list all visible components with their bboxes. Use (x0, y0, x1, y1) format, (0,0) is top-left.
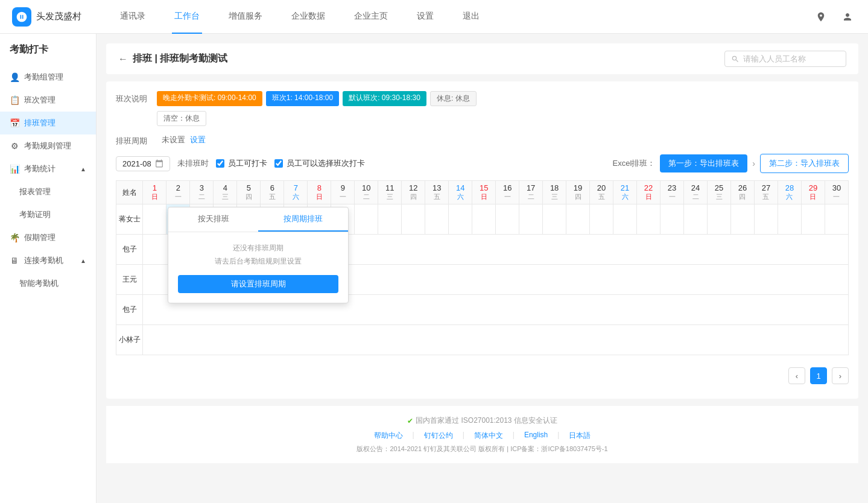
nav-contacts[interactable]: 通讯录 (118, 0, 148, 34)
shift-icon: 📋 (10, 95, 19, 105)
setup-period-btn[interactable]: 请设置排班周期 (178, 275, 338, 293)
company-name: 头发茂盛村 (36, 11, 81, 22)
cell-1-14[interactable] (449, 204, 472, 235)
shift-tag-0[interactable]: 晚走外勤卡测试: 09:00-14:00 (157, 91, 262, 106)
period-set-link[interactable]: 设置 (190, 134, 206, 145)
cell-1-30[interactable] (825, 204, 848, 235)
user-icon[interactable] (839, 8, 856, 25)
day-13: 13 五 (425, 181, 449, 204)
sidebar-item-attendance-group[interactable]: 👤 考勤组管理 (0, 66, 96, 89)
cell-1-10[interactable] (355, 204, 378, 235)
cell-1-28[interactable] (778, 204, 801, 235)
pagination: ‹ 1 › (116, 362, 849, 389)
cell-1-17[interactable] (519, 204, 543, 235)
sidebar-item-certificate[interactable]: 考勤证明 (0, 203, 96, 226)
name-header: 姓名 (116, 181, 143, 204)
footer-links: 帮助中心 | 钉钉公约 | 简体中文 | English | 日本語 (116, 431, 849, 441)
day-29: 29 日 (801, 181, 825, 204)
shift-tag-2[interactable]: 默认班次: 09:30-18:30 (343, 91, 426, 106)
main-nav: 通讯录 工作台 增值服务 企业数据 企业主页 设置 退出 (118, 0, 813, 34)
unscheduled-label: 未排班时 (177, 158, 209, 169)
check-clock-in-input[interactable] (216, 159, 224, 168)
cell-1-20[interactable] (590, 204, 613, 235)
check-choose-shift[interactable]: 员工可以选择班次打卡 (274, 158, 365, 169)
excel-area: Excel排班： 第一步：导出排班表 › 第二步：导入排班表 (613, 154, 849, 173)
sidebar-item-schedule[interactable]: 📅 排班管理 (0, 112, 96, 134)
cell-1-1[interactable] (143, 204, 166, 235)
page-title: 排班 | 排班制考勤测试 (133, 52, 227, 65)
nav-enterprise-data[interactable]: 企业数据 (289, 0, 328, 34)
employee-name: 王元 (116, 265, 143, 295)
period-row: 排班周期 未设置 设置 (116, 133, 849, 147)
footer-link-ja[interactable]: 日本語 (569, 431, 591, 441)
footer-link-zh[interactable]: 简体中文 (474, 431, 503, 441)
current-page-btn[interactable]: 1 (810, 367, 827, 384)
cell-1-27[interactable] (754, 204, 778, 235)
cell-1-16[interactable] (496, 204, 519, 235)
cell-1-21[interactable] (613, 204, 637, 235)
cell-1-2[interactable]: 按天排班 按周期排班 还没有排班周期 请去后台考勤组规则里设置 (166, 204, 190, 235)
date-value: 2021-08 (122, 159, 151, 168)
cell-1-23[interactable] (661, 204, 684, 235)
shift-tag-3[interactable]: 休息: 休息 (430, 91, 477, 106)
search-input[interactable] (743, 54, 840, 63)
check-clock-in[interactable]: 员工可打卡 (216, 158, 267, 169)
sidebar-item-rules[interactable]: ⚙ 考勤规则管理 (0, 134, 96, 157)
shift-legend-row: 班次说明 晚走外勤卡测试: 09:00-14:00 班次1: 14:00-18:… (116, 91, 849, 106)
next-page-btn[interactable]: › (832, 367, 849, 384)
export-btn[interactable]: 第一步：导出排班表 (660, 154, 747, 172)
employee-name: 包子 (116, 235, 143, 265)
clear-tag[interactable]: 清空：休息 (157, 111, 206, 126)
popup-tab-weekly[interactable]: 按周期排班 (258, 207, 348, 232)
nav-enterprise-home[interactable]: 企业主页 (352, 0, 390, 34)
schedule-icon: 📅 (10, 118, 19, 128)
sidebar-item-shift[interactable]: 📋 班次管理 (0, 89, 96, 112)
cell-1-15[interactable] (472, 204, 496, 235)
shift-legend: 班次说明 晚走外勤卡测试: 09:00-14:00 班次1: 14:00-18:… (116, 91, 849, 126)
nav-settings[interactable]: 设置 (414, 0, 436, 34)
popup-tab-daily[interactable]: 按天排班 (168, 207, 258, 232)
cell-1-11[interactable] (378, 204, 402, 235)
cell-1-19[interactable] (566, 204, 590, 235)
day-14: 14 六 (449, 181, 472, 204)
day-30: 30 一 (825, 181, 848, 204)
nav-logout[interactable]: 退出 (460, 0, 482, 34)
cell-1-13[interactable] (425, 204, 449, 235)
cell-1-29[interactable] (801, 204, 825, 235)
cell-1-12[interactable] (402, 204, 425, 235)
location-icon[interactable] (813, 8, 829, 25)
footer-link-help[interactable]: 帮助中心 (374, 431, 403, 441)
cell-1-25[interactable] (708, 204, 731, 235)
day-11: 11 三 (378, 181, 402, 204)
sidebar-item-machine[interactable]: 🖥 连接考勤机 ▲ (0, 249, 96, 272)
sidebar-item-vacation[interactable]: 🌴 假期管理 (0, 226, 96, 249)
check-choose-shift-input[interactable] (274, 159, 283, 168)
page-header: ← 排班 | 排班制考勤测试 (106, 43, 858, 74)
nav-workbench[interactable]: 工作台 (172, 0, 202, 34)
rules-icon: ⚙ (10, 141, 19, 151)
popup-tabs: 按天排班 按周期排班 (168, 207, 348, 232)
footer-link-agreement[interactable]: 钉钉公约 (424, 431, 453, 441)
sidebar-item-smart-machine[interactable]: 智能考勤机 (0, 272, 96, 295)
sidebar-item-stats[interactable]: 📊 考勤统计 ▲ (0, 157, 96, 180)
date-picker[interactable]: 2021-08 (116, 156, 170, 171)
nav-services[interactable]: 增值服务 (226, 0, 265, 34)
day-7: 7 六 (284, 181, 308, 204)
cell-1-18[interactable] (543, 204, 566, 235)
back-icon[interactable]: ← (118, 54, 128, 65)
employee-name: 蒋女士 (116, 204, 143, 235)
footer-link-en[interactable]: English (524, 431, 548, 441)
day-3: 3 二 (190, 181, 214, 204)
import-btn[interactable]: 第二步：导入排班表 (760, 154, 849, 173)
prev-page-btn[interactable]: ‹ (788, 367, 805, 384)
sidebar-item-report[interactable]: 报表管理 (0, 180, 96, 203)
table-row: 小林子 (116, 325, 849, 355)
cell-1-22[interactable] (637, 204, 661, 235)
search-box[interactable] (724, 51, 846, 67)
cell-1-24[interactable] (684, 204, 708, 235)
cell-1-26[interactable] (731, 204, 755, 235)
shift-legend-label: 班次说明 (116, 91, 152, 104)
day-21: 21 六 (613, 181, 637, 204)
shift-tag-1[interactable]: 班次1: 14:00-18:00 (266, 91, 339, 106)
day-27: 27 五 (754, 181, 778, 204)
